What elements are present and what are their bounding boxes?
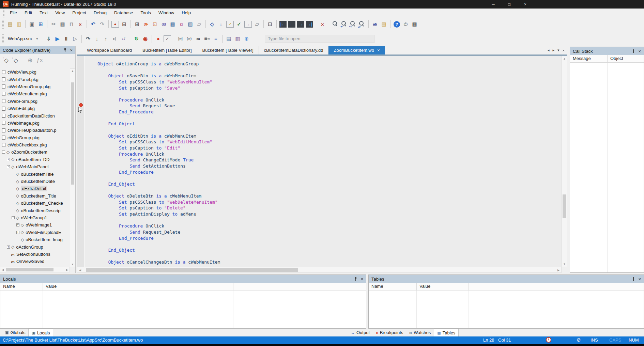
tree-item-owebfileuploade[interactable]: +◇oWebFileUploadE bbox=[0, 229, 70, 236]
tree-item-owebmainpanel[interactable]: -◇oWebMainPanel bbox=[0, 163, 70, 170]
tab-workspace-dashboard[interactable]: Workspace Dashboard bbox=[82, 46, 137, 54]
bottom-tab-output[interactable]: →Output bbox=[348, 329, 373, 336]
scroll-up-icon[interactable]: ▲ bbox=[562, 57, 567, 60]
tree-item-obucketitem-checke[interactable]: ◇oBucketItem_Checke bbox=[0, 200, 70, 207]
studio-colors-icon[interactable]: ¤ bbox=[177, 20, 186, 29]
scroll-right-icon[interactable]: ▶ bbox=[557, 269, 560, 272]
navigate-first-icon[interactable]: |← bbox=[279, 21, 287, 28]
tree-vscrollbar-thumb[interactable] bbox=[71, 82, 74, 185]
tab-bucketitem-table-editor[interactable]: BucketItem [Table Editor] bbox=[137, 46, 197, 54]
close-icon[interactable]: × bbox=[638, 49, 641, 53]
output-window-icon[interactable]: ≡ bbox=[212, 34, 220, 43]
dataflex-reports-icon[interactable]: DF bbox=[142, 20, 150, 29]
editor-hscrollbar[interactable]: ◀ ▶ bbox=[77, 267, 562, 273]
web-functions-icon[interactable]: ƒx bbox=[35, 56, 44, 65]
new-file-icon[interactable]: ▤ bbox=[6, 20, 14, 29]
workspace-dashboard-icon[interactable]: ⊞ bbox=[133, 20, 141, 29]
set-next-statement-icon[interactable]: ↓# bbox=[119, 34, 128, 43]
find-icon[interactable] bbox=[331, 20, 340, 29]
tab-list-icon[interactable]: ▾ bbox=[557, 48, 559, 52]
pin-icon[interactable] bbox=[63, 48, 67, 52]
collapse-icon[interactable]: - bbox=[7, 165, 10, 168]
sync-with-editor-icon[interactable]: ◇↓ bbox=[12, 56, 20, 65]
navigate-forward-icon[interactable]: → bbox=[297, 21, 304, 28]
menu-database[interactable]: Database bbox=[110, 9, 137, 17]
cut-icon[interactable]: ✂ bbox=[49, 20, 58, 29]
tree-item-obucketitemdescrip[interactable]: ◇oBucketItemDescrip bbox=[0, 207, 70, 214]
minimize-button[interactable]: ─ bbox=[485, 0, 501, 9]
recompile-icon[interactable]: ↓↓ bbox=[217, 20, 225, 29]
bottom-tab-watches[interactable]: ∞Watches bbox=[406, 329, 434, 336]
compile-status-icon[interactable]: ✓ bbox=[226, 21, 234, 28]
find-previous-icon[interactable]: ↶ bbox=[340, 20, 349, 29]
tree-item-cwebview-pkg[interactable]: cWebView.pkg bbox=[0, 68, 70, 76]
column-header-name[interactable]: Name bbox=[369, 283, 417, 290]
menu-help[interactable]: Help bbox=[178, 9, 195, 17]
bottom-tab-tables[interactable]: ▦Tables bbox=[434, 329, 459, 336]
close-icon[interactable]: × bbox=[638, 277, 641, 281]
tree-item-owebimage1[interactable]: +◇oWebImage1 bbox=[0, 221, 70, 229]
expand-icon[interactable]: + bbox=[16, 231, 19, 234]
close-icon[interactable]: × bbox=[70, 48, 73, 52]
help-icon[interactable]: ? bbox=[394, 21, 400, 28]
column-header-name[interactable]: Name bbox=[0, 283, 43, 290]
delete-icon[interactable]: × bbox=[76, 20, 85, 29]
column-header-value[interactable]: Value bbox=[417, 283, 469, 290]
column-header-message[interactable]: Message bbox=[570, 55, 608, 62]
tree-item-setactionbuttons[interactable]: pxSetActionButtons bbox=[0, 251, 70, 258]
navigate-back-icon[interactable]: ← bbox=[288, 21, 295, 28]
scroll-up-icon[interactable]: ▲ bbox=[70, 69, 75, 73]
tree-hscrollbar-thumb[interactable] bbox=[6, 268, 53, 271]
stop-debugging-icon[interactable]: ◉ bbox=[141, 34, 150, 43]
watch-web-properties-icon[interactable]: (∞) bbox=[185, 34, 194, 43]
menu-debug[interactable]: Debug bbox=[90, 9, 110, 17]
open-file-icon[interactable]: ▥ bbox=[15, 20, 23, 29]
pin-icon[interactable] bbox=[632, 49, 635, 53]
replace-icon[interactable]: ab bbox=[371, 20, 379, 29]
bottom-tab-breakpoints[interactable]: ●Breakpoints bbox=[373, 329, 406, 336]
expand-icon[interactable]: + bbox=[7, 158, 10, 161]
tree-item-cwebcheckbox-pkg[interactable]: cWebCheckbox.pkg bbox=[0, 141, 70, 148]
save-icon[interactable]: ▣ bbox=[28, 20, 36, 29]
record-macro-icon[interactable]: ● bbox=[111, 21, 119, 28]
expand-icon[interactable]: + bbox=[16, 223, 19, 226]
database-explorer-icon[interactable]: ▨ bbox=[186, 20, 195, 29]
database-columns-icon[interactable]: ▥ bbox=[233, 34, 242, 43]
tree-hscrollbar[interactable]: ◀ ▶ bbox=[0, 267, 70, 272]
scroll-right-icon[interactable]: ▶ bbox=[65, 268, 69, 271]
tree-item-cwebmenugroup-pkg[interactable]: cWebMenuGroup.pkg bbox=[0, 83, 70, 90]
editor-vscrollbar-thumb[interactable] bbox=[563, 194, 566, 218]
watch-tables-icon[interactable]: ▦∞ bbox=[203, 34, 211, 43]
find-next-icon[interactable]: ↷ bbox=[349, 20, 357, 29]
copy-icon[interactable]: ▦ bbox=[58, 20, 67, 29]
close-view-icon[interactable]: × bbox=[318, 20, 327, 29]
print-icon[interactable]: ⊟ bbox=[120, 20, 128, 29]
pin-icon[interactable] bbox=[354, 277, 357, 281]
web-designer-icon[interactable]: ⊡ bbox=[151, 20, 159, 29]
start-debugging-icon[interactable]: ▶ bbox=[53, 34, 62, 43]
bottom-tab-globals[interactable]: ▣Globals bbox=[2, 329, 28, 336]
tab-bucketitem-table-viewer[interactable]: BucketItem [Table Viewer] bbox=[197, 46, 259, 54]
attach-debugger-icon[interactable]: ⇓ bbox=[44, 34, 53, 43]
tree-item-obucketitem-imag[interactable]: ◇oBucketItem_Imag bbox=[0, 236, 70, 243]
code-editor[interactable]: Object oActionGroup is a cWebMenuGroupOb… bbox=[77, 56, 562, 267]
close-icon[interactable]: × bbox=[361, 277, 363, 281]
expand-icon[interactable]: + bbox=[7, 246, 10, 249]
data-dictionary-modeler-icon[interactable]: dd bbox=[159, 20, 168, 29]
web-properties-icon[interactable]: ⊕ bbox=[26, 56, 34, 65]
step-out-icon[interactable]: ↑ bbox=[102, 34, 110, 43]
scroll-down-icon[interactable]: ▼ bbox=[562, 263, 567, 266]
navigate-last-icon[interactable]: →| bbox=[306, 21, 313, 28]
compile-icon[interactable]: ◇ bbox=[208, 20, 216, 29]
menu-view[interactable]: View bbox=[51, 9, 68, 17]
save-all-icon[interactable]: ⊞ bbox=[36, 20, 45, 29]
tree-item-obucketitem-title[interactable]: ◇oBucketItem_Title bbox=[0, 192, 70, 200]
tab-zoombucketitem-wo[interactable]: ZoomBucketItem.wo× bbox=[328, 46, 385, 54]
tree-item-cwebmenuitem-pkg[interactable]: cWebMenuItem.pkg bbox=[0, 90, 70, 97]
tree-item-cwebgroup-pkg[interactable]: cWebGroup.pkg bbox=[0, 134, 70, 141]
scroll-tabs-left-icon[interactable]: ◂ bbox=[548, 48, 550, 52]
step-over-icon[interactable]: ↷ bbox=[84, 34, 92, 43]
maximize-button[interactable]: □ bbox=[501, 0, 517, 9]
scroll-down-icon[interactable]: ▼ bbox=[70, 263, 75, 266]
tree-item-cwebedit-pkg[interactable]: cWebEdit.pkg bbox=[0, 105, 70, 112]
